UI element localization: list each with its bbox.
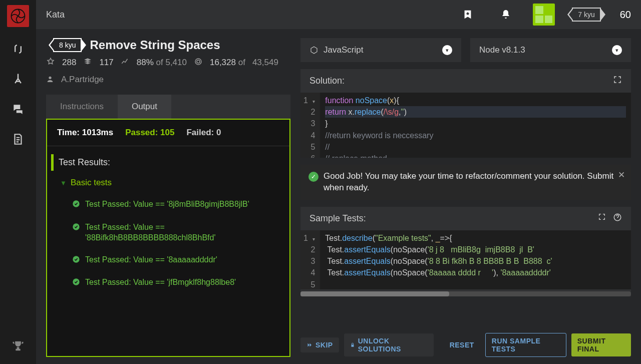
help-icon[interactable] — [613, 213, 622, 224]
test-result-item: Test Passed: Value == '88Bifk8hB8BB8BBBB… — [60, 218, 285, 250]
user-honor: 60 — [620, 9, 631, 21]
tab-instructions[interactable]: Instructions — [46, 95, 118, 119]
chevron-down-icon: ▾ — [612, 45, 622, 55]
skip-button[interactable]: SKIP — [300, 337, 339, 352]
expand-icon[interactable] — [613, 75, 622, 87]
user-avatar[interactable] — [533, 4, 555, 26]
user-icon — [46, 75, 54, 85]
topbar: Kata 7 kyu 60 — [36, 0, 641, 29]
bookmark-icon[interactable] — [461, 8, 475, 22]
solution-editor[interactable]: 1 ▾2 3 4 5 6 function noSpace(x){ return… — [300, 93, 631, 158]
kata-stats: 288 117 88% of 5,410 16,328 of 43,549 A.… — [46, 57, 290, 85]
logo[interactable] — [7, 5, 29, 27]
nav-icon-practice[interactable] — [10, 71, 26, 87]
expand-icon[interactable] — [598, 213, 606, 224]
output-failed: Failed: 0 — [186, 128, 221, 138]
chevron-down-icon: ▾ — [442, 45, 452, 55]
layers-icon — [83, 57, 92, 68]
banner-text: Good Job! You may take your time to refa… — [324, 171, 623, 194]
test-group: ▼Basic tests Test Passed: Value == '8j8m… — [51, 178, 285, 296]
js-icon — [309, 46, 318, 55]
output-header: Time: 1013ms Passed: 105 Failed: 0 — [47, 120, 289, 146]
horizontal-scrollbar[interactable] — [300, 291, 631, 296]
right-column: JavaScript ▾ Node v8.1.3 ▾ Solution: 1 ▾… — [300, 38, 631, 357]
topbar-kata-label[interactable]: Kata — [46, 10, 65, 20]
solution-title: Solution: — [309, 76, 345, 86]
left-column: 8 kyu Remove String Spaces 288 117 88% o… — [46, 38, 290, 357]
unlock-button[interactable]: UNLOCK SOLUTIONS — [344, 333, 434, 356]
nav-icon-recent[interactable] — [10, 41, 26, 57]
action-buttons: SKIP UNLOCK SOLUTIONS RESET RUN SAMPLE T… — [300, 333, 631, 357]
check-icon — [72, 200, 80, 211]
kata-rank-badge: 8 kyu — [53, 38, 82, 52]
runtime-selector[interactable]: Node v8.1.3 ▾ — [470, 38, 631, 62]
nav-icon-discuss[interactable] — [10, 101, 26, 117]
close-icon[interactable]: ✕ — [618, 170, 625, 181]
lock-icon — [350, 342, 355, 348]
star-icon[interactable] — [46, 57, 55, 68]
output-passed: Passed: 105 — [125, 128, 174, 138]
svg-point-2 — [197, 60, 200, 63]
reset-button[interactable]: RESET — [444, 337, 480, 352]
svg-point-1 — [195, 59, 201, 65]
tabs: Instructions Output — [46, 95, 290, 119]
user-rank-badge[interactable]: 7 kyu — [572, 8, 600, 22]
test-result-item: Test Passed: Value == '8j8mBliB8gimjB8B8… — [60, 195, 285, 218]
app-sidebar — [0, 0, 36, 364]
tests-panel: Sample Tests: 1 ▾2 3 4 5 Test.describe("… — [300, 207, 631, 296]
svg-point-3 — [49, 77, 51, 79]
selectors: JavaScript ▾ Node v8.1.3 ▾ — [300, 38, 631, 62]
success-banner: ✓ Good Job! You may take your time to re… — [300, 165, 631, 200]
target-icon — [194, 57, 203, 68]
solution-panel: Solution: 1 ▾2 3 4 5 6 function noSpace(… — [300, 69, 631, 158]
submit-button[interactable]: SUBMIT FINAL — [571, 333, 631, 356]
test-result-item: Test Passed: Value == '8aaaaaddddr' — [60, 250, 285, 273]
test-result-item: Test Passed: Value == 'jfBmgklf8hg88lbe8… — [60, 273, 285, 296]
tab-output[interactable]: Output — [118, 95, 171, 119]
nav-icon-leaderboard[interactable] — [10, 338, 26, 354]
tests-title: Sample Tests: — [309, 213, 366, 224]
language-selector[interactable]: JavaScript ▾ — [300, 38, 461, 62]
nav-icon-docs[interactable] — [10, 131, 26, 147]
check-icon — [72, 278, 80, 289]
run-button[interactable]: RUN SAMPLE TESTS — [485, 333, 566, 357]
content: 8 kyu Remove String Spaces 288 117 88% o… — [36, 29, 641, 364]
kata-author[interactable]: A.Partridge — [61, 75, 104, 85]
check-icon — [72, 223, 80, 243]
tests-editor[interactable]: 1 ▾2 3 4 5 Test.describe("Example tests"… — [300, 230, 631, 289]
test-group-title[interactable]: ▼Basic tests — [60, 178, 285, 188]
output-panel: Time: 1013ms Passed: 105 Failed: 0 Test … — [46, 119, 290, 357]
check-icon — [72, 255, 80, 266]
output-time: Time: 1013ms — [57, 128, 113, 138]
check-icon: ✓ — [308, 172, 318, 182]
kata-header: 8 kyu Remove String Spaces — [46, 38, 290, 52]
bell-icon[interactable] — [499, 8, 513, 22]
chart-icon — [121, 57, 130, 68]
test-results-title: Test Results: — [51, 154, 285, 171]
main-area: Kata 7 kyu 60 8 kyu Remove String Spaces… — [36, 0, 641, 364]
kata-title: Remove String Spaces — [90, 38, 220, 52]
output-body[interactable]: Test Results: ▼Basic tests Test Passed: … — [47, 146, 289, 356]
